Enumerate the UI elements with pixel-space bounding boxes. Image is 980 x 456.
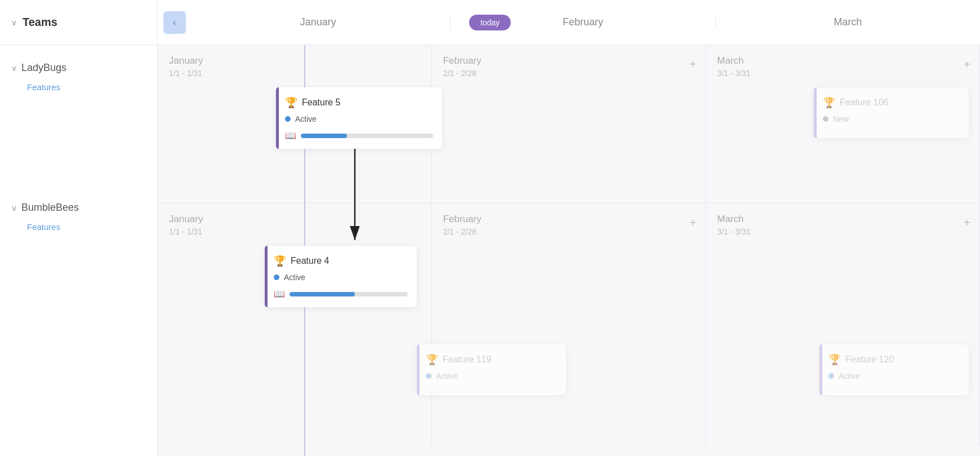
feature4-title: Feature 4 xyxy=(291,256,329,266)
ladybugs-mar-add-button[interactable]: + xyxy=(960,57,974,71)
bumblebees-jan-label: January 1/1 - 1/31 xyxy=(158,203,431,239)
ladybugs-february-col: February 2/1 - 2/28 + xyxy=(432,45,706,203)
feature119-title: Feature 119 xyxy=(443,355,491,365)
feature5-progress-fill xyxy=(301,134,347,138)
feature4-trophy-icon: 🏆 xyxy=(274,255,286,267)
bumblebees-feb-add-button[interactable]: + xyxy=(686,216,700,229)
bumblebees-feb-label: February 2/1 - 2/28 + xyxy=(432,203,706,239)
feature120-trophy-icon: 🏆 xyxy=(828,353,841,366)
team-ladybugs-row[interactable]: ∨ LadyBugs xyxy=(0,56,157,79)
feature4-left-border xyxy=(265,246,268,307)
feature4-card[interactable]: 🏆 Feature 4 Active 📖 xyxy=(265,246,417,307)
collapse-bumblebees-icon[interactable]: ∨ xyxy=(11,203,17,212)
team-group-bumblebees: ∨ BumbleBees Features xyxy=(0,196,157,234)
feature5-header: 🏆 Feature 5 xyxy=(285,96,433,109)
team-bumblebees-row[interactable]: ∨ BumbleBees xyxy=(0,196,157,219)
bumblebees-march-col: March 3/1 - 3/31 + xyxy=(706,203,980,446)
bumblebees-mar-add-button[interactable]: + xyxy=(960,216,974,229)
feature119-card[interactable]: 🏆 Feature 119 Active xyxy=(417,344,566,395)
ladybugs-feb-add-button[interactable]: + xyxy=(686,57,700,71)
feature5-status-label: Active xyxy=(295,114,317,123)
calendar-content: January 1/1 - 1/31 February 2/1 - 2/28 +… xyxy=(158,45,980,456)
feature120-status-dot xyxy=(828,373,834,379)
ladybugs-mar-label: March 3/1 - 3/31 + xyxy=(706,45,979,81)
nav-back-button[interactable]: ‹ xyxy=(163,11,186,34)
feature5-card[interactable]: 🏆 Feature 5 Active 📖 xyxy=(276,87,442,149)
feature106-trophy-icon: 🏆 xyxy=(823,96,835,109)
today-button[interactable]: today xyxy=(469,15,511,30)
ladybugs-feb-label: February 2/1 - 2/28 + xyxy=(432,45,706,81)
feature5-left-border xyxy=(276,87,279,149)
header-month-january: January xyxy=(186,16,451,28)
feature119-trophy-icon: 🏆 xyxy=(426,353,438,366)
feature120-header: 🏆 Feature 120 xyxy=(828,353,960,366)
team-bumblebees-name: BumbleBees xyxy=(21,202,79,214)
main-area: ∨ LadyBugs Features ∨ BumbleBees Feature… xyxy=(0,45,980,456)
bumblebees-mar-label: March 3/1 - 3/31 + xyxy=(706,203,979,239)
feature4-progress-row: 📖 xyxy=(274,289,408,299)
feature5-trophy-icon: 🏆 xyxy=(285,96,297,109)
sidebar-header: ∨ Teams xyxy=(0,0,158,45)
feature120-left-border xyxy=(819,344,822,395)
header-month-march: March xyxy=(716,16,980,28)
collapse-ladybugs-icon[interactable]: ∨ xyxy=(11,64,17,73)
bumblebees-january-col: January 1/1 - 1/31 xyxy=(158,203,432,446)
feature106-card[interactable]: 🏆 Feature 106 New xyxy=(814,87,969,138)
feature4-header: 🏆 Feature 4 xyxy=(274,255,408,267)
feature106-status-row: New xyxy=(823,114,960,123)
feature4-progress-track xyxy=(289,292,408,296)
feature5-book-icon: 📖 xyxy=(285,130,296,141)
feature5-status-dot xyxy=(285,116,291,122)
feature106-status-label: New xyxy=(833,114,849,123)
bumblebees-calendar-row: January 1/1 - 1/31 February 2/1 - 2/28 +… xyxy=(158,203,980,446)
feature120-title: Feature 120 xyxy=(845,355,894,365)
sidebar: ∨ LadyBugs Features ∨ BumbleBees Feature… xyxy=(0,45,158,456)
bumblebees-february-col: February 2/1 - 2/28 + xyxy=(432,203,706,446)
feature119-left-border xyxy=(417,344,420,395)
feature120-status-row: Active xyxy=(828,371,960,380)
feature106-left-border xyxy=(814,87,817,138)
feature106-status-dot xyxy=(823,116,828,122)
chevron-left-icon: ‹ xyxy=(173,17,176,28)
feature5-status-row: Active xyxy=(285,114,433,123)
feature119-status-dot xyxy=(426,373,431,379)
feature119-header: 🏆 Feature 119 xyxy=(426,353,557,366)
feature5-progress-row: 📖 xyxy=(285,130,433,141)
feature4-progress-fill xyxy=(289,292,355,296)
feature106-header: 🏆 Feature 106 xyxy=(823,96,960,109)
teams-title: Teams xyxy=(23,16,57,29)
team-ladybugs-name: LadyBugs xyxy=(21,62,66,74)
feature5-title: Feature 5 xyxy=(302,98,340,108)
ladybugs-jan-label: January 1/1 - 1/31 xyxy=(158,45,431,81)
feature4-status-dot xyxy=(274,275,279,280)
feature106-title: Feature 106 xyxy=(840,98,888,108)
feature119-status-row: Active xyxy=(426,371,557,380)
feature120-card[interactable]: 🏆 Feature 120 Active xyxy=(819,344,969,395)
feature120-status-label: Active xyxy=(839,371,860,380)
feature5-progress-track xyxy=(301,134,433,138)
bumblebees-features-link[interactable]: Features xyxy=(0,219,157,234)
feature119-status-label: Active xyxy=(436,371,457,380)
feature4-status-label: Active xyxy=(284,273,305,282)
team-group-ladybugs: ∨ LadyBugs Features xyxy=(0,56,157,95)
feature4-book-icon: 📖 xyxy=(274,289,285,299)
month-headers: January February March xyxy=(186,16,980,28)
ladybugs-features-link[interactable]: Features xyxy=(0,79,157,95)
collapse-teams-icon[interactable]: ∨ xyxy=(11,18,17,27)
ladybugs-calendar-row: January 1/1 - 1/31 February 2/1 - 2/28 +… xyxy=(158,45,980,203)
feature4-status-row: Active xyxy=(274,273,408,282)
header-row: ∨ Teams ‹ today January February March xyxy=(0,0,980,45)
